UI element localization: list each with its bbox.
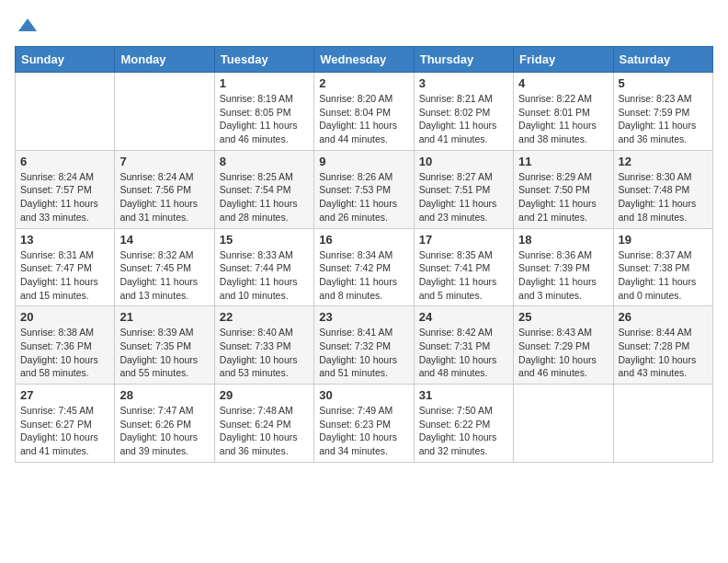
week-row-4: 20Sunrise: 8:38 AM Sunset: 7:36 PM Dayli… — [16, 306, 713, 385]
calendar-cell: 18Sunrise: 8:36 AM Sunset: 7:39 PM Dayli… — [514, 228, 613, 306]
weekday-thursday: Thursday — [414, 47, 513, 73]
day-info: Sunrise: 8:19 AM Sunset: 8:05 PM Dayligh… — [220, 92, 309, 146]
day-number: 11 — [518, 155, 608, 168]
day-number: 28 — [119, 388, 209, 402]
day-number: 19 — [619, 233, 708, 247]
day-number: 17 — [419, 233, 508, 247]
calendar-cell: 5Sunrise: 8:23 AM Sunset: 7:59 PM Daylig… — [613, 73, 712, 151]
calendar-cell: 26Sunrise: 8:44 AM Sunset: 7:28 PM Dayli… — [613, 306, 712, 385]
day-info: Sunrise: 8:30 AM Sunset: 7:48 PM Dayligh… — [619, 170, 708, 224]
day-number: 27 — [20, 388, 109, 402]
day-number: 26 — [619, 310, 708, 324]
day-number: 31 — [419, 388, 508, 402]
calendar-cell — [115, 73, 214, 151]
day-info: Sunrise: 8:23 AM Sunset: 7:59 PM Dayligh… — [619, 92, 708, 146]
logo-icon — [17, 15, 39, 37]
day-number: 25 — [518, 310, 608, 324]
calendar-cell: 19Sunrise: 8:37 AM Sunset: 7:38 PM Dayli… — [613, 228, 712, 306]
day-number: 10 — [419, 155, 508, 168]
calendar-cell: 30Sunrise: 7:49 AM Sunset: 6:23 PM Dayli… — [314, 385, 414, 463]
day-info: Sunrise: 8:24 AM Sunset: 7:56 PM Dayligh… — [119, 170, 209, 224]
week-row-1: 1Sunrise: 8:19 AM Sunset: 8:05 PM Daylig… — [16, 73, 713, 151]
calendar-cell: 28Sunrise: 7:47 AM Sunset: 6:26 PM Dayli… — [115, 385, 214, 463]
calendar-cell: 4Sunrise: 8:22 AM Sunset: 8:01 PM Daylig… — [514, 73, 613, 151]
day-info: Sunrise: 8:39 AM Sunset: 7:35 PM Dayligh… — [119, 326, 209, 380]
day-number: 23 — [319, 310, 408, 324]
calendar-cell: 22Sunrise: 8:40 AM Sunset: 7:33 PM Dayli… — [214, 306, 313, 385]
day-number: 2 — [319, 76, 408, 90]
calendar-cell: 27Sunrise: 7:45 AM Sunset: 6:27 PM Dayli… — [16, 385, 115, 463]
day-number: 18 — [518, 233, 608, 247]
day-info: Sunrise: 8:24 AM Sunset: 7:57 PM Dayligh… — [20, 170, 109, 224]
day-info: Sunrise: 8:29 AM Sunset: 7:50 PM Dayligh… — [518, 170, 608, 224]
calendar-cell: 7Sunrise: 8:24 AM Sunset: 7:56 PM Daylig… — [115, 150, 214, 228]
day-info: Sunrise: 8:31 AM Sunset: 7:47 PM Dayligh… — [20, 248, 109, 303]
day-number: 6 — [20, 155, 109, 168]
day-info: Sunrise: 8:35 AM Sunset: 7:41 PM Dayligh… — [419, 248, 508, 303]
day-info: Sunrise: 8:34 AM Sunset: 7:42 PM Dayligh… — [319, 248, 408, 303]
day-info: Sunrise: 8:43 AM Sunset: 7:29 PM Dayligh… — [518, 326, 608, 380]
day-number: 22 — [220, 310, 309, 324]
calendar-cell: 15Sunrise: 8:33 AM Sunset: 7:44 PM Dayli… — [214, 228, 313, 306]
day-info: Sunrise: 8:40 AM Sunset: 7:33 PM Dayligh… — [220, 326, 309, 380]
day-info: Sunrise: 8:33 AM Sunset: 7:44 PM Dayligh… — [220, 248, 309, 303]
day-number: 1 — [220, 76, 309, 90]
day-number: 20 — [20, 310, 109, 324]
day-info: Sunrise: 8:26 AM Sunset: 7:53 PM Dayligh… — [319, 170, 408, 224]
calendar-cell: 3Sunrise: 8:21 AM Sunset: 8:02 PM Daylig… — [414, 73, 513, 151]
day-info: Sunrise: 8:22 AM Sunset: 8:01 PM Dayligh… — [518, 92, 608, 146]
day-number: 5 — [619, 76, 708, 90]
day-number: 24 — [419, 310, 508, 324]
calendar-cell: 12Sunrise: 8:30 AM Sunset: 7:48 PM Dayli… — [613, 150, 712, 228]
day-number: 3 — [419, 76, 508, 90]
calendar-cell: 31Sunrise: 7:50 AM Sunset: 6:22 PM Dayli… — [414, 385, 513, 463]
calendar-cell: 17Sunrise: 8:35 AM Sunset: 7:41 PM Dayli… — [414, 228, 513, 306]
day-info: Sunrise: 8:38 AM Sunset: 7:36 PM Dayligh… — [20, 326, 109, 380]
day-number: 4 — [518, 76, 608, 90]
calendar-body: 1Sunrise: 8:19 AM Sunset: 8:05 PM Daylig… — [16, 73, 713, 463]
day-info: Sunrise: 8:32 AM Sunset: 7:45 PM Dayligh… — [119, 248, 209, 303]
calendar-cell — [613, 385, 712, 463]
week-row-5: 27Sunrise: 7:45 AM Sunset: 6:27 PM Dayli… — [16, 385, 713, 463]
day-number: 14 — [119, 233, 209, 247]
calendar-cell: 9Sunrise: 8:26 AM Sunset: 7:53 PM Daylig… — [314, 150, 414, 228]
calendar-cell: 14Sunrise: 8:32 AM Sunset: 7:45 PM Dayli… — [115, 228, 214, 306]
day-info: Sunrise: 8:41 AM Sunset: 7:32 PM Dayligh… — [319, 326, 408, 380]
day-number: 30 — [319, 388, 408, 402]
day-info: Sunrise: 8:42 AM Sunset: 7:31 PM Dayligh… — [419, 326, 508, 380]
calendar-cell: 10Sunrise: 8:27 AM Sunset: 7:51 PM Dayli… — [414, 150, 513, 228]
day-info: Sunrise: 8:25 AM Sunset: 7:54 PM Dayligh… — [220, 170, 309, 224]
day-info: Sunrise: 8:36 AM Sunset: 7:39 PM Dayligh… — [518, 248, 608, 303]
svg-marker-0 — [18, 18, 37, 31]
day-number: 12 — [619, 155, 708, 168]
day-number: 8 — [220, 155, 309, 168]
day-number: 16 — [319, 233, 408, 247]
day-info: Sunrise: 7:45 AM Sunset: 6:27 PM Dayligh… — [20, 404, 109, 458]
calendar-cell: 24Sunrise: 8:42 AM Sunset: 7:31 PM Dayli… — [414, 306, 513, 385]
calendar-cell: 25Sunrise: 8:43 AM Sunset: 7:29 PM Dayli… — [514, 306, 613, 385]
day-number: 13 — [20, 233, 109, 247]
week-row-3: 13Sunrise: 8:31 AM Sunset: 7:47 PM Dayli… — [16, 228, 713, 306]
day-info: Sunrise: 8:21 AM Sunset: 8:02 PM Dayligh… — [419, 92, 508, 146]
calendar-cell: 23Sunrise: 8:41 AM Sunset: 7:32 PM Dayli… — [314, 306, 414, 385]
calendar-cell — [514, 385, 613, 463]
weekday-wednesday: Wednesday — [314, 47, 414, 73]
calendar-cell: 20Sunrise: 8:38 AM Sunset: 7:36 PM Dayli… — [16, 306, 115, 385]
calendar-cell: 11Sunrise: 8:29 AM Sunset: 7:50 PM Dayli… — [514, 150, 613, 228]
day-number: 7 — [119, 155, 209, 168]
day-number: 15 — [220, 233, 309, 247]
week-row-2: 6Sunrise: 8:24 AM Sunset: 7:57 PM Daylig… — [16, 150, 713, 228]
calendar-cell: 21Sunrise: 8:39 AM Sunset: 7:35 PM Dayli… — [115, 306, 214, 385]
calendar-cell: 13Sunrise: 8:31 AM Sunset: 7:47 PM Dayli… — [16, 228, 115, 306]
calendar-cell: 16Sunrise: 8:34 AM Sunset: 7:42 PM Dayli… — [314, 228, 414, 306]
day-info: Sunrise: 8:44 AM Sunset: 7:28 PM Dayligh… — [619, 326, 708, 380]
weekday-friday: Friday — [514, 47, 613, 73]
calendar-cell: 1Sunrise: 8:19 AM Sunset: 8:05 PM Daylig… — [214, 73, 313, 151]
day-info: Sunrise: 8:20 AM Sunset: 8:04 PM Dayligh… — [319, 92, 408, 146]
day-number: 9 — [319, 155, 408, 168]
calendar-cell: 6Sunrise: 8:24 AM Sunset: 7:57 PM Daylig… — [16, 150, 115, 228]
calendar-cell — [16, 73, 115, 151]
weekday-saturday: Saturday — [613, 47, 712, 73]
weekday-sunday: Sunday — [16, 47, 115, 73]
calendar-table: SundayMondayTuesdayWednesdayThursdayFrid… — [15, 46, 713, 463]
